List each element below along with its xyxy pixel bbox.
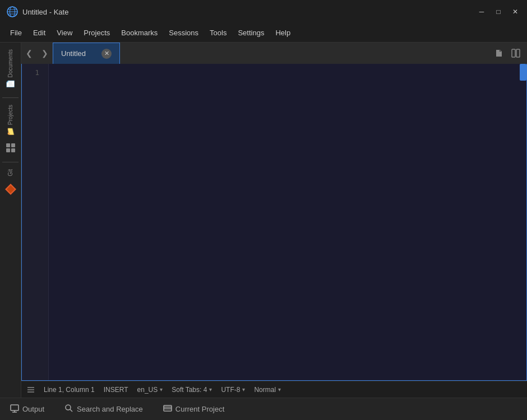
main-area: 📄 Documents 📁 Projects	[0, 43, 527, 398]
sidebar-divider-1	[2, 97, 19, 98]
close-button[interactable]: ✕	[510, 7, 520, 17]
tab-close-button[interactable]: ✕	[101, 49, 112, 59]
svg-rect-7	[6, 148, 10, 152]
scrollbar-thumb[interactable]	[520, 64, 526, 81]
status-position[interactable]: Line 1, Column 1	[44, 386, 95, 394]
sidebar-label-documents: Documents	[7, 49, 13, 78]
bottom-panel: Output Search and Replace Current Projec…	[0, 398, 527, 420]
svg-rect-16	[11, 405, 19, 410]
menu-item-tools[interactable]: Tools	[204, 26, 232, 39]
git-icon[interactable]	[4, 183, 17, 198]
sidebar-label-projects: Projects	[7, 105, 13, 125]
menu-item-sessions[interactable]: Sessions	[163, 26, 204, 39]
menu-bar: FileEditViewProjectsBookmarksSessionsToo…	[0, 24, 527, 43]
projects-icon: 📁	[6, 127, 15, 136]
scrollbar[interactable]	[520, 64, 526, 380]
search-replace-label: Search and Replace	[77, 405, 143, 413]
search-icon	[64, 404, 73, 414]
current-project-button[interactable]: Current Project	[159, 402, 229, 417]
output-label: Output	[22, 405, 44, 413]
title-bar: Untitled - Kate ─ □ ✕	[0, 0, 527, 24]
grid-icon[interactable]	[5, 142, 16, 155]
search-replace-button[interactable]: Search and Replace	[60, 402, 147, 417]
menu-item-view[interactable]: View	[51, 26, 78, 39]
content-area: ❮ ❯ Untitled ✕	[21, 43, 527, 398]
status-encoding[interactable]: UTF-8 ▾	[221, 386, 245, 394]
project-icon	[163, 404, 172, 414]
maximize-button[interactable]: □	[493, 7, 503, 17]
svg-rect-21	[164, 405, 172, 411]
line-number-1: 1	[22, 67, 43, 79]
menu-item-edit[interactable]: Edit	[27, 26, 51, 39]
minimize-button[interactable]: ─	[477, 7, 487, 17]
svg-rect-11	[512, 49, 515, 57]
svg-rect-12	[516, 49, 520, 57]
output-icon	[10, 404, 19, 414]
language-dropdown-icon: ▾	[160, 386, 163, 393]
line-numbers: 1	[22, 64, 49, 380]
window-controls: ─ □ ✕	[477, 7, 520, 17]
left-sidebar: 📄 Documents 📁 Projects	[0, 43, 21, 398]
sidebar-divider-2	[2, 162, 19, 162]
menu-item-settings[interactable]: Settings	[232, 26, 270, 39]
encoding-dropdown-icon: ▾	[242, 386, 245, 393]
sidebar-label-git: Git	[7, 169, 13, 176]
new-file-button[interactable]	[491, 45, 507, 61]
tab-title: Untitled	[61, 49, 86, 58]
sidebar-panel-git: Git	[0, 165, 21, 200]
sidebar-panel-projects: 📁 Projects	[0, 100, 21, 157]
editor-tab-untitled[interactable]: Untitled ✕	[53, 43, 120, 64]
tab-nav-right[interactable]: ❯	[37, 43, 53, 64]
status-bar: Line 1, Column 1 INSERT en_US ▾ Soft Tab…	[21, 381, 527, 398]
svg-point-19	[66, 405, 71, 410]
svg-rect-8	[11, 148, 15, 152]
tab-nav-left[interactable]: ❮	[21, 43, 37, 64]
status-indentation[interactable]: Soft Tabs: 4 ▾	[172, 386, 212, 394]
svg-line-20	[70, 409, 72, 412]
tab-bar: ❮ ❯ Untitled ✕	[21, 43, 527, 64]
tab-actions	[488, 45, 527, 61]
split-view-button[interactable]	[508, 45, 524, 61]
encoding-text: UTF-8	[221, 386, 240, 394]
menu-item-file[interactable]: File	[4, 26, 27, 39]
sidebar-panel-documents: 📄 Documents	[0, 45, 21, 93]
position-text: Line 1, Column 1	[44, 386, 95, 394]
current-project-label: Current Project	[175, 405, 224, 413]
status-language[interactable]: en_US ▾	[137, 386, 163, 394]
indentation-dropdown-icon: ▾	[209, 386, 212, 393]
sidebar-tab-git[interactable]: Git	[0, 165, 21, 181]
svg-rect-6	[11, 143, 15, 147]
sidebar-tab-documents[interactable]: 📄 Documents	[0, 45, 21, 93]
menu-item-projects[interactable]: Projects	[78, 26, 115, 39]
syntax-text: Normal	[254, 386, 276, 394]
mode-text: INSERT	[104, 386, 128, 394]
hamburger-icon	[27, 386, 35, 394]
indentation-text: Soft Tabs: 4	[172, 386, 207, 394]
menu-item-help[interactable]: Help	[270, 26, 296, 39]
syntax-dropdown-icon: ▾	[278, 386, 281, 393]
editor-content[interactable]	[49, 64, 526, 380]
output-panel-button[interactable]: Output	[6, 402, 49, 417]
sidebar-tab-projects[interactable]: 📁 Projects	[0, 100, 21, 140]
svg-rect-5	[6, 143, 10, 147]
language-text: en_US	[137, 386, 158, 394]
window-title: Untitled - Kate	[22, 8, 477, 16]
status-mode: INSERT	[104, 386, 128, 394]
app-icon	[7, 6, 18, 17]
editor-container: 1	[21, 64, 527, 381]
status-syntax[interactable]: Normal ▾	[254, 386, 281, 394]
menu-item-bookmarks[interactable]: Bookmarks	[115, 26, 163, 39]
document-icon: 📄	[6, 80, 15, 88]
